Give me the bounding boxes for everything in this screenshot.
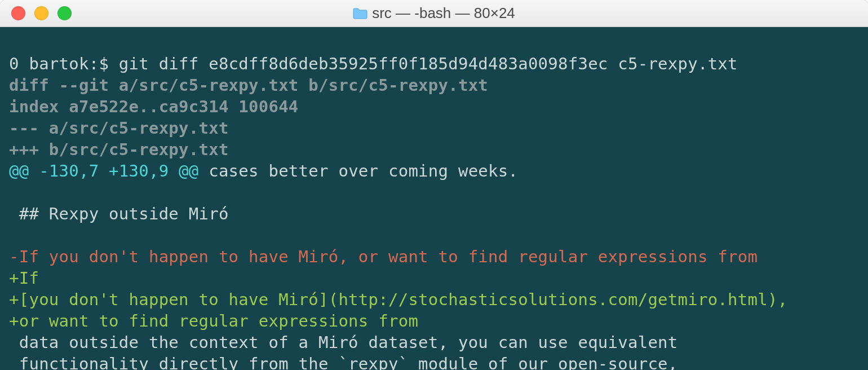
traffic-lights [0,6,72,20]
diff-added-line: +If [9,268,39,288]
window-title: src — -bash — 80×24 [0,5,868,22]
context-line [9,183,19,202]
context-line: data outside the context of a Miró datas… [9,333,678,352]
close-button[interactable] [11,6,25,20]
fullscreen-button[interactable] [57,6,72,20]
diff-file-a-line: --- a/src/c5-rexpy.txt [9,118,229,138]
context-line: functionality directly from the `rexpy` … [9,354,678,370]
context-line: ## Rexpy outside Miró [9,204,229,223]
diff-file-b-line: +++ b/src/c5-rexpy.txt [9,140,229,159]
folder-icon [353,7,367,20]
terminal-window: src — -bash — 80×24 0 bartok:$ git diff … [0,0,868,370]
hunk-trail: cases better over coming weeks. [198,161,518,180]
minimize-button[interactable] [34,6,48,20]
diff-header-line: diff --git a/src/c5-rexpy.txt b/src/c5-r… [9,76,488,95]
context-line [9,226,19,245]
prompt-line: 0 bartok:$ git diff e8cdff8d6deb35925ff0… [9,54,738,73]
terminal-body[interactable]: 0 bartok:$ git diff e8cdff8d6deb35925ff0… [0,27,868,370]
window-title-text: src — -bash — 80×24 [372,5,515,22]
hunk-header: @@ -130,7 +130,9 @@ [9,161,198,180]
diff-index-line: index a7e522e..ca9c314 100644 [9,97,299,116]
diff-removed-line: -If you don't happen to have Miró, or wa… [9,247,758,266]
window-titlebar[interactable]: src — -bash — 80×24 [0,0,868,27]
diff-added-line: +or want to find regular expressions fro… [9,311,418,331]
diff-added-line: +[you don't happen to have Miró](http://… [9,290,787,309]
